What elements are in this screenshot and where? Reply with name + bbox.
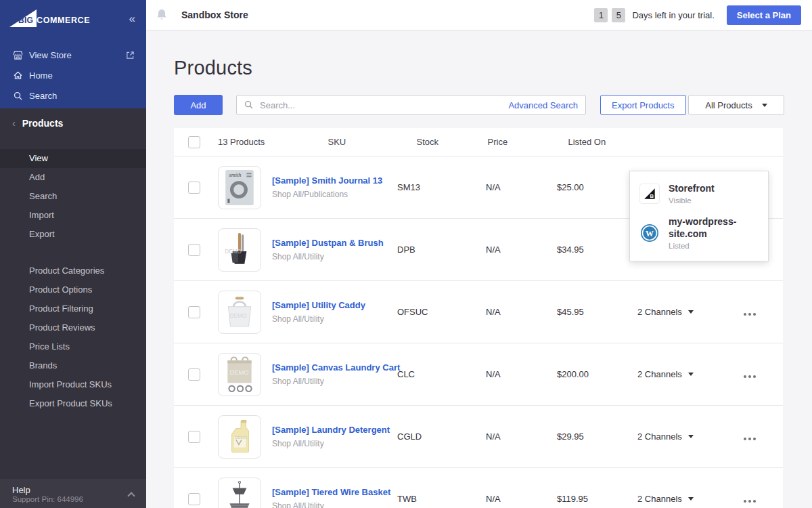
search-icon bbox=[12, 90, 23, 101]
channels-label: 2 Channels bbox=[637, 494, 682, 504]
column-header-stock: Stock bbox=[417, 137, 488, 147]
product-sku: SM13 bbox=[397, 182, 486, 192]
products-menu: View Add Search Import Export bbox=[0, 149, 146, 244]
product-thumbnail-smith-journal: smith bbox=[218, 166, 261, 209]
channels-dropdown[interactable]: 2 Channels bbox=[637, 369, 694, 379]
row-checkbox[interactable] bbox=[188, 431, 200, 443]
product-stock: N/A bbox=[486, 494, 557, 504]
sidebar: BIG COMMERCE « View Store bbox=[0, 0, 146, 508]
product-thumbnail-canvas-laundry-cart: DEMO bbox=[218, 353, 261, 396]
svg-text:smith: smith bbox=[229, 172, 241, 178]
channel-item-storefront[interactable]: B Storefront Visible bbox=[630, 177, 768, 210]
product-price: $200.00 bbox=[557, 369, 637, 379]
menu-item-product-reviews[interactable]: Product Reviews bbox=[0, 318, 146, 337]
logo-text-commerce: COMMERCE bbox=[37, 16, 90, 27]
product-link[interactable]: [Sample] Dustpan & Brush bbox=[272, 238, 397, 248]
bigcommerce-storefront-icon: B bbox=[639, 184, 660, 204]
channels-dropdown[interactable]: 2 Channels bbox=[637, 307, 694, 317]
menu-item-product-categories[interactable]: Product Categories bbox=[0, 261, 146, 280]
table-row: DEMO [Sample] Canvas Laundry Cart Shop A… bbox=[174, 343, 783, 406]
row-checkbox[interactable] bbox=[188, 244, 200, 256]
product-price: $25.00 bbox=[557, 182, 637, 192]
product-price: $34.95 bbox=[557, 245, 637, 255]
add-product-button[interactable]: Add bbox=[174, 95, 223, 115]
row-checkbox[interactable] bbox=[188, 368, 200, 381]
sidebar-item-search[interactable]: Search bbox=[0, 85, 146, 106]
advanced-search-link[interactable]: Advanced Search bbox=[508, 100, 578, 110]
product-sku: CGLD bbox=[397, 431, 486, 442]
product-filter-dropdown[interactable]: All Products bbox=[688, 95, 784, 115]
menu-item-import[interactable]: Import bbox=[0, 206, 146, 225]
product-link[interactable]: [Sample] Tiered Wire Basket bbox=[272, 487, 397, 497]
product-thumbnail-dustpan-brush: DEMO bbox=[218, 228, 261, 272]
sidebar-products-section: ‹ Products View Add Search Import Export… bbox=[0, 108, 146, 413]
channel-item-wordpress[interactable]: W my-wordpress-site.com Listed bbox=[630, 210, 768, 255]
products-page: Products Add Advanced Search Export Prod… bbox=[146, 30, 812, 508]
menu-item-view[interactable]: View bbox=[0, 149, 146, 168]
sidebar-collapse-icon[interactable]: « bbox=[129, 13, 135, 24]
row-actions-icon[interactable] bbox=[742, 310, 757, 318]
notifications-bell-icon[interactable] bbox=[156, 8, 168, 22]
row-checkbox[interactable] bbox=[188, 182, 200, 194]
column-header-price: Price bbox=[488, 137, 568, 147]
store-nav: View Store Home Search bbox=[0, 45, 146, 106]
help-bar[interactable]: Help Support Pin: 644996 bbox=[0, 480, 146, 508]
menu-item-price-lists[interactable]: Price Lists bbox=[0, 337, 146, 356]
menu-item-brands[interactable]: Brands bbox=[0, 356, 146, 375]
channels-label: 2 Channels bbox=[637, 369, 682, 379]
sidebar-item-home[interactable]: Home bbox=[0, 65, 146, 85]
product-link[interactable]: [Sample] Utility Caddy bbox=[272, 300, 397, 310]
select-a-plan-button[interactable]: Select a Plan bbox=[727, 5, 801, 25]
product-sku: CLC bbox=[397, 369, 486, 379]
svg-text:W: W bbox=[646, 228, 654, 238]
sidebar-item-view-store[interactable]: View Store bbox=[0, 45, 146, 65]
row-checkbox[interactable] bbox=[188, 493, 200, 505]
menu-item-product-options[interactable]: Product Options bbox=[0, 280, 146, 299]
products-count: 13 Products bbox=[218, 137, 328, 147]
table-row: DEMO [Sample] Laundry Detergent Shop All… bbox=[174, 406, 783, 468]
menu-item-export[interactable]: Export bbox=[0, 225, 146, 244]
product-price: $45.95 bbox=[557, 307, 637, 317]
menu-item-add[interactable]: Add bbox=[0, 168, 146, 187]
table-header-row: 13 Products SKU Stock Price Listed On bbox=[174, 128, 783, 156]
channels-dropdown[interactable]: 2 Channels bbox=[637, 431, 694, 442]
product-price: $119.95 bbox=[557, 494, 637, 504]
svg-text:DEMO: DEMO bbox=[235, 435, 248, 440]
product-stock: N/A bbox=[486, 307, 557, 317]
row-actions-icon[interactable] bbox=[742, 373, 757, 381]
table-row: DEMO [Sample] Utility Caddy Shop All/Uti… bbox=[174, 281, 783, 343]
channels-dropdown[interactable]: 2 Channels bbox=[637, 494, 694, 504]
bigcommerce-logo[interactable]: BIG COMMERCE bbox=[9, 9, 90, 27]
trial-days-digit-ones: 5 bbox=[612, 8, 625, 22]
filter-selected-value: All Products bbox=[705, 100, 752, 110]
sidebar-store-section: BIG COMMERCE « View Store bbox=[0, 0, 146, 108]
select-all-checkbox[interactable] bbox=[188, 136, 200, 148]
logo-text-big: BIG bbox=[18, 16, 33, 25]
export-products-button[interactable]: Export Products bbox=[600, 95, 686, 115]
sidebar-item-label: Home bbox=[29, 70, 135, 81]
product-thumbnail-laundry-detergent: DEMO bbox=[218, 415, 261, 459]
products-menu-secondary: Product Categories Product Options Produ… bbox=[0, 261, 146, 413]
support-pin: Support Pin: 644996 bbox=[12, 495, 83, 503]
menu-item-search[interactable]: Search bbox=[0, 187, 146, 206]
row-actions-icon[interactable] bbox=[742, 435, 757, 443]
product-link[interactable]: [Sample] Smith Journal 13 bbox=[272, 175, 397, 186]
store-name: Sandbox Store bbox=[181, 9, 248, 20]
chevron-left-icon[interactable]: ‹ bbox=[12, 118, 16, 129]
product-category: Shop All/Utility bbox=[272, 314, 397, 324]
menu-item-import-product-skus[interactable]: Import Product SKUs bbox=[0, 375, 146, 394]
product-category: Shop All/Utility bbox=[272, 252, 397, 261]
section-title: Products bbox=[22, 118, 64, 129]
product-category: Shop All/Publications bbox=[272, 190, 397, 199]
store-icon bbox=[12, 49, 23, 60]
menu-item-export-product-skus[interactable]: Export Product SKUs bbox=[0, 394, 146, 413]
chevron-down-icon bbox=[688, 497, 694, 501]
column-header-listed-on: Listed On bbox=[568, 137, 673, 147]
product-link[interactable]: [Sample] Laundry Detergent bbox=[272, 425, 397, 435]
row-actions-icon[interactable] bbox=[742, 497, 757, 505]
channel-status: Listed bbox=[669, 242, 759, 250]
channels-label: 2 Channels bbox=[637, 431, 682, 442]
product-link[interactable]: [Sample] Canvas Laundry Cart bbox=[272, 362, 397, 373]
row-checkbox[interactable] bbox=[188, 306, 200, 318]
menu-item-product-filtering[interactable]: Product Filtering bbox=[0, 299, 146, 318]
